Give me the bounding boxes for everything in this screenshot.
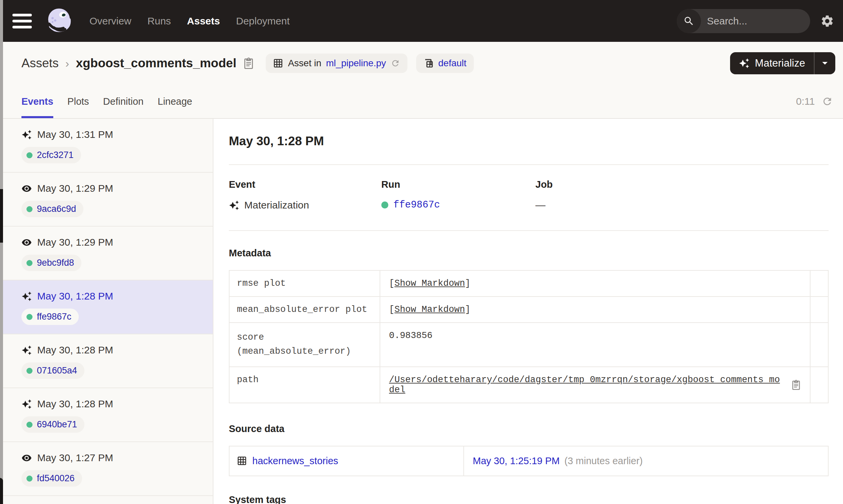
event-timestamp: May 30, 1:28 PM xyxy=(37,344,113,356)
asset-group-link[interactable]: default xyxy=(438,58,466,69)
event-timestamp: May 30, 1:31 PM xyxy=(37,129,113,140)
event-list-item[interactable]: May 30, 1:27 PM fd540026 xyxy=(3,442,213,496)
search-icon xyxy=(677,9,701,33)
materialize-button[interactable]: Materialize xyxy=(730,52,814,74)
run-status-dot xyxy=(27,368,33,374)
run-badge[interactable]: 071605a4 xyxy=(21,362,84,379)
source-time-link[interactable]: May 30, 1:25:19 PM xyxy=(473,455,560,467)
event-detail-panel: May 30, 1:28 PM Event Materialization Ru… xyxy=(213,119,843,504)
run-id-link[interactable]: ffe9867c xyxy=(393,199,440,211)
job-value: — xyxy=(535,199,546,211)
run-id-link[interactable]: 9ebc9fd8 xyxy=(37,258,74,268)
metadata-key: score (mean_absolute_error) xyxy=(229,323,380,366)
asset-grid-icon xyxy=(237,456,247,466)
run-status-dot xyxy=(27,314,33,320)
settings-gear-icon[interactable] xyxy=(820,14,834,28)
search-input[interactable] xyxy=(701,15,810,27)
show-markdown-link[interactable]: [Show Markdown] xyxy=(389,278,470,288)
asset-tabs: Events Plots Definition Lineage 0:11 xyxy=(3,85,843,119)
nav-item-overview[interactable]: Overview xyxy=(89,15,131,27)
nav-item-assets[interactable]: Assets xyxy=(187,15,220,27)
run-column-label: Run xyxy=(381,179,535,190)
refresh-icon[interactable] xyxy=(822,96,833,107)
materialization-icon xyxy=(21,291,32,302)
event-list-item[interactable]: May 30, 1:29 PM 9ebc9fd8 xyxy=(3,227,213,281)
table-row: mean_absolute_error plot [Show Markdown] xyxy=(229,296,828,322)
nav-item-runs[interactable]: Runs xyxy=(148,15,171,27)
event-timestamp: May 30, 1:27 PM xyxy=(37,452,113,464)
refresh-timer: 0:11 xyxy=(796,85,833,118)
source-asset-link[interactable]: hackernews_stories xyxy=(252,455,338,467)
search-box[interactable]: / xyxy=(677,9,810,33)
tab-definition[interactable]: Definition xyxy=(103,85,144,118)
nav-item-deployment[interactable]: Deployment xyxy=(236,15,290,27)
metadata-key: path xyxy=(229,367,380,402)
run-id-link[interactable]: 2cfc3271 xyxy=(37,150,74,160)
screen-edge-strip xyxy=(0,0,3,504)
tab-lineage[interactable]: Lineage xyxy=(158,85,192,118)
event-list-item-selected[interactable]: May 30, 1:28 PM ffe9867c xyxy=(3,281,213,334)
observation-icon xyxy=(21,453,32,463)
run-badge[interactable]: fd540026 xyxy=(21,470,82,487)
copy-asset-name-icon[interactable] xyxy=(243,57,254,69)
job-column-label: Job xyxy=(535,179,829,190)
dagster-logo-icon[interactable] xyxy=(45,7,73,35)
event-summary: Event Materialization Run ffe9867c Job — xyxy=(229,179,829,211)
run-id-link[interactable]: ffe9867c xyxy=(37,311,71,322)
metadata-heading: Metadata xyxy=(229,248,829,259)
refresh-countdown: 0:11 xyxy=(796,96,815,107)
run-id-link[interactable]: fd540026 xyxy=(37,473,75,484)
event-column-label: Event xyxy=(229,179,381,190)
event-list-sidebar: May 30, 1:31 PM 2cfc3271 May 30, 1:29 PM… xyxy=(3,119,213,504)
event-timestamp: May 30, 1:28 PM xyxy=(37,290,113,302)
path-link[interactable]: /Users/odetteharary/code/dagster/tmp_0mz… xyxy=(389,375,785,395)
materialize-sparkle-icon xyxy=(739,58,750,69)
event-type-value: Materialization xyxy=(244,199,309,211)
breadcrumb-assets-link[interactable]: Assets xyxy=(21,56,58,70)
run-badge[interactable]: 6940be71 xyxy=(21,416,84,433)
run-badge[interactable]: 9ebc9fd8 xyxy=(21,255,82,271)
copy-path-icon[interactable] xyxy=(791,380,801,390)
run-status-dot xyxy=(381,201,388,209)
table-row: path /Users/odetteharary/code/dagster/tm… xyxy=(229,366,828,402)
bracket: [ xyxy=(389,305,394,314)
bracket: ] xyxy=(465,305,470,314)
run-status-dot xyxy=(27,260,33,266)
show-markdown-label: Show Markdown xyxy=(394,278,465,288)
top-nav: Overview Runs Assets Deployment / xyxy=(3,0,843,42)
event-list-item[interactable]: May 30, 1:31 PM 2cfc3271 xyxy=(3,119,213,173)
metadata-key: rmse plot xyxy=(229,271,380,296)
hamburger-menu-icon[interactable] xyxy=(12,12,33,30)
event-list-item[interactable]: May 30, 1:28 PM 071605a4 xyxy=(3,334,213,388)
event-list-item[interactable]: May 30, 1:29 PM 9aca6c9d xyxy=(3,173,213,227)
metadata-key: mean_absolute_error plot xyxy=(229,297,380,322)
code-location-link[interactable]: ml_pipeline.py xyxy=(326,58,386,69)
asset-chips: Asset in ml_pipeline.py default xyxy=(266,54,474,73)
source-time-note: (3 minutes earlier) xyxy=(565,455,643,467)
run-badge[interactable]: ffe9867c xyxy=(21,309,79,325)
bracket: ] xyxy=(465,278,470,288)
asset-group-chip[interactable]: default xyxy=(416,54,474,73)
observation-icon xyxy=(21,183,32,194)
materialization-icon xyxy=(21,399,32,409)
source-data-heading: Source data xyxy=(229,424,829,434)
source-asset-cell: hackernews_stories xyxy=(229,447,464,475)
show-markdown-link[interactable]: [Show Markdown] xyxy=(389,305,470,314)
code-location-chip[interactable]: Asset in ml_pipeline.py xyxy=(266,54,408,73)
run-id-link[interactable]: 071605a4 xyxy=(37,365,77,376)
materialization-icon xyxy=(21,129,32,140)
run-status-dot xyxy=(27,206,33,212)
run-id-link[interactable]: 6940be71 xyxy=(37,419,77,430)
show-markdown-label: Show Markdown xyxy=(394,305,465,314)
reload-location-icon[interactable] xyxy=(391,58,400,68)
run-badge[interactable]: 2cfc3271 xyxy=(21,147,81,163)
table-row: score (mean_absolute_error) 0.983856 xyxy=(229,322,828,366)
run-badge[interactable]: 9aca6c9d xyxy=(21,201,83,217)
event-detail-title: May 30, 1:28 PM xyxy=(229,134,829,148)
tab-events[interactable]: Events xyxy=(21,85,53,118)
tab-plots[interactable]: Plots xyxy=(67,85,89,118)
run-id-link[interactable]: 9aca6c9d xyxy=(37,204,76,214)
event-timestamp: May 30, 1:28 PM xyxy=(37,398,113,410)
materialize-dropdown-button[interactable] xyxy=(814,52,835,74)
event-list-item[interactable]: May 30, 1:28 PM 6940be71 xyxy=(3,388,213,442)
